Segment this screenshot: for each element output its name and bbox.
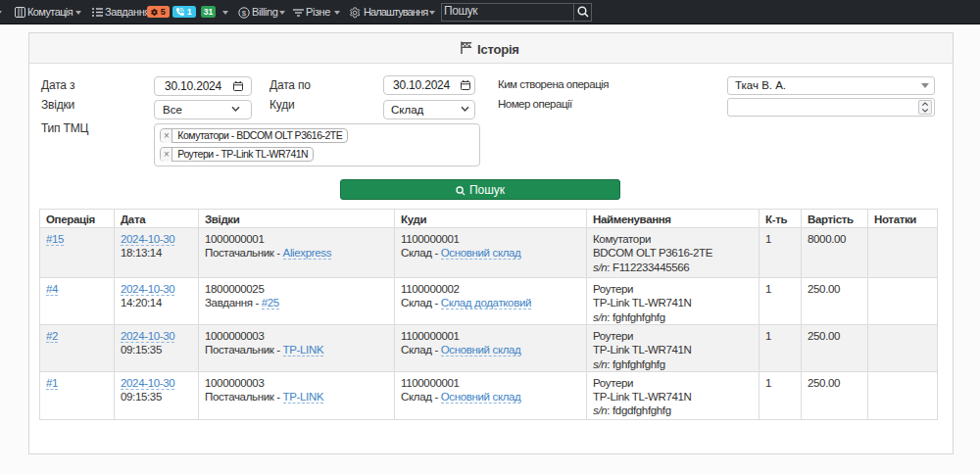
svg-text:$: $: [242, 8, 247, 17]
